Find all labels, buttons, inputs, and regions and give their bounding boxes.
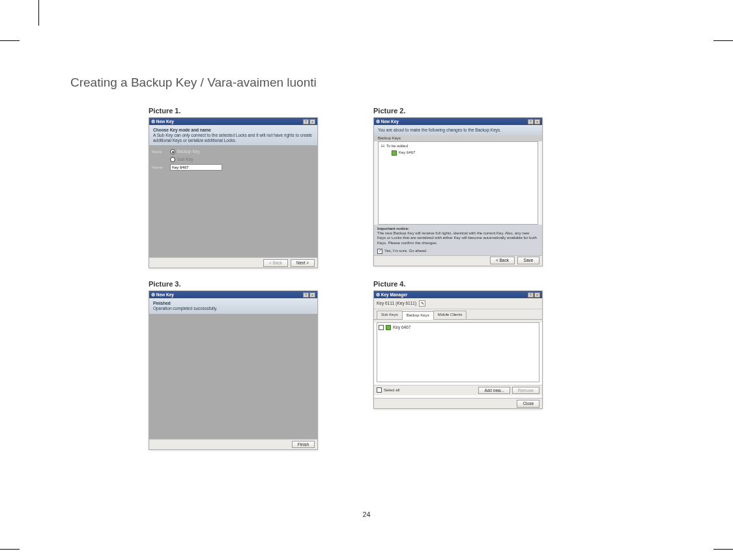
save-button[interactable]: Save [517,257,539,264]
remove-button: Remove [512,387,539,395]
titlebar: ⚙ New Key ? × [149,118,317,125]
figure-1: Picture 1. ⚙ New Key ? × Choose Key mode… [149,107,318,268]
key-list: Key 6467 [377,322,539,382]
window-title: ⚙ Key Manager [376,292,407,298]
mode-label: Mode: [152,150,170,154]
figure-2: Picture 2. ⚙ New Key ? × You are about t… [373,107,543,268]
close-icon[interactable]: × [309,119,315,124]
figure-caption: Picture 2. [373,107,543,115]
confirm-label: Yes, I'm sure. Go ahead. [384,249,427,253]
tab-sub-keys[interactable]: Sub Keys [377,311,403,318]
wizard-banner: Choose Key mode and name A Sub Key can o… [149,125,317,145]
titlebar: ⚙ New Key ? × [149,291,317,298]
window-title: ⚙ New Key [151,119,174,124]
radio-sub-key[interactable] [170,157,175,162]
help-icon[interactable]: ? [528,292,534,298]
close-button[interactable]: Close [517,400,539,408]
window-title: ⚙ New Key [151,292,174,298]
dialog-new-key-finished: ⚙ New Key ? × Finished Operation complet… [149,290,318,450]
item-checkbox[interactable] [379,325,384,330]
figure-caption: Picture 3. [149,280,318,288]
confirm-checkbox[interactable]: ✓ [377,249,382,254]
figure-caption: Picture 1. [149,107,318,115]
name-label: Name: [152,165,170,170]
tab-mobile-clients[interactable]: Mobile Clients [433,311,467,318]
expand-icon[interactable]: ⊟ [381,144,384,148]
breadcrumb: Key 6111 (Key 6111) [377,301,416,306]
tree-group-to-be-added[interactable]: ⊟ To be added [381,143,535,150]
edit-icon[interactable]: ✎ [419,300,425,307]
figure-4: Picture 4. ⚙ Key Manager ? × Key 6111 (K… [373,280,543,450]
dialog-new-key-step1: ⚙ New Key ? × Choose Key mode and name A… [149,117,318,268]
figure-3: Picture 3. ⚙ New Key ? × Finished Operat… [149,280,318,450]
wizard-banner: Finished Operation completed successfull… [149,298,317,314]
page-number: 24 [0,511,733,518]
select-all-checkbox[interactable] [377,387,382,393]
titlebar: ⚙ New Key ? × [374,118,542,125]
important-notice: Important notice: The new Backup Key wil… [374,225,542,247]
tab-backup-keys[interactable]: Backup Keys [402,311,434,319]
help-icon[interactable]: ? [303,119,309,124]
dialog-key-manager: ⚙ Key Manager ? × Key 6111 (Key 6111) ✎ … [373,290,543,409]
next-button[interactable]: Next > [291,259,315,267]
dialog-new-key-confirm: ⚙ New Key ? × You are about to make the … [373,117,543,266]
key-icon [392,150,397,156]
window-title: ⚙ New Key [376,119,399,124]
help-icon[interactable]: ? [528,119,534,124]
help-icon[interactable]: ? [303,292,309,298]
back-button[interactable]: < Back [490,257,515,264]
page-title: Creating a Backup Key / Vara-avaimen luo… [70,76,670,90]
finish-button[interactable]: Finish [292,441,315,449]
radio-backup-key[interactable] [170,149,175,154]
close-icon[interactable]: × [534,119,540,124]
group-header: Backup Keys [374,135,542,141]
titlebar: ⚙ Key Manager ? × [374,291,542,298]
list-item[interactable]: Key 6467 [379,324,538,331]
back-button: < Back [263,259,288,267]
select-all-label: Select all [384,388,399,393]
tree-item-key[interactable]: Key 6467 [381,150,535,156]
close-icon[interactable]: × [309,292,315,298]
figure-caption: Picture 4. [373,280,543,288]
radio-label-sub: Sub Key [177,157,194,162]
add-new-button[interactable]: Add new... [478,387,510,395]
key-icon [386,325,391,330]
radio-label-backup: Backup Key [177,149,200,154]
key-name-input[interactable] [170,164,222,171]
close-icon[interactable]: × [534,292,540,298]
wizard-banner: You are about to make the following chan… [374,125,542,135]
